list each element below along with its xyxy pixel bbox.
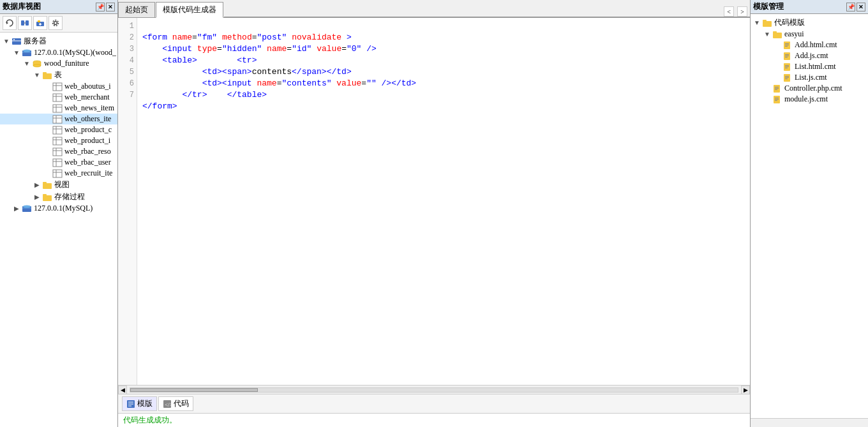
- expand-connection-1[interactable]: ▼: [11, 49, 22, 56]
- tree-server-root[interactable]: ▼ 服务器: [0, 35, 117, 47]
- file-php-icon: [772, 84, 782, 93]
- tab-start-page[interactable]: 起始页: [118, 2, 155, 17]
- panel-close-button[interactable]: ✕: [106, 3, 115, 11]
- database-label: wood_funiture: [44, 59, 89, 68]
- expand-procedures[interactable]: ▶: [32, 193, 42, 200]
- list-html-cmt-label: List.html.cmt: [795, 62, 836, 71]
- tree-folder-procedures[interactable]: ▶ 存储过程: [0, 191, 117, 203]
- connect-icon: [20, 19, 29, 27]
- scroll-left-button[interactable]: ◀: [118, 386, 127, 394]
- code-templates-label: 代码模版: [774, 17, 805, 28]
- tree-connection-2[interactable]: ▶ 127.0.0.1(MySQL): [0, 203, 117, 214]
- tree-table-product-i[interactable]: ▶ web_product_i: [0, 135, 117, 146]
- svg-rect-18: [43, 73, 52, 79]
- svg-rect-81: [775, 87, 779, 87]
- code-content[interactable]: <form name="fm" method="post" novalidate…: [137, 18, 750, 385]
- module-js-cmt-label: module.js.cmt: [784, 94, 828, 104]
- table-icon: [52, 104, 63, 113]
- tree-add-js-cmt[interactable]: ▶ Add.js.cmt: [751, 50, 868, 61]
- tree-table-recruit[interactable]: ▶ web_recruit_ite: [0, 168, 117, 179]
- svg-rect-86: [775, 99, 779, 100]
- tree-folder-tables[interactable]: ▼ 表: [0, 69, 117, 81]
- table-rbac-reso-label: web_rbac_reso: [64, 147, 111, 156]
- svg-rect-49: [43, 195, 52, 201]
- table-merchant-label: web_merchant: [64, 93, 110, 102]
- svg-rect-87: [775, 100, 777, 101]
- tree-table-aboutus[interactable]: ▶ web_aboutus_i: [0, 81, 117, 92]
- svg-rect-65: [785, 43, 789, 44]
- template-mgr-title: 模版管理: [753, 1, 784, 12]
- tree-add-html-cmt[interactable]: ▶ Add.html.cmt: [751, 40, 868, 50]
- bottom-tabs: 模版 </> 代码: [118, 394, 750, 413]
- file-cmt-2-icon: [782, 52, 793, 61]
- expand-database[interactable]: ▼: [22, 60, 32, 67]
- expand-server[interactable]: ▼: [1, 38, 11, 45]
- svg-rect-19: [43, 72, 47, 74]
- tree-list-html-cmt[interactable]: ▶ List.html.cmt: [751, 61, 868, 72]
- svg-rect-61: [763, 20, 767, 22]
- tree-module-js-cmt[interactable]: ▶ module.js.cmt: [751, 94, 868, 105]
- toolbar-connect-button[interactable]: [18, 16, 32, 30]
- expand-connection-2[interactable]: ▶: [11, 205, 22, 212]
- tree-database[interactable]: ▼ wood_funiture: [0, 58, 117, 69]
- scroll-right-button[interactable]: ▶: [741, 386, 750, 394]
- svg-rect-69: [785, 54, 789, 55]
- right-panel-controls: 📌 ✕: [846, 3, 865, 11]
- bottom-tab-code[interactable]: </> 代码: [158, 396, 193, 411]
- tree-controller-php-cmt[interactable]: ▶ Controller.php.cmt: [751, 83, 868, 94]
- svg-point-52: [23, 205, 31, 207]
- tree-table-merchant[interactable]: ▶ web_merchant: [0, 92, 117, 103]
- toolbar-add-button[interactable]: [33, 16, 47, 30]
- add-js-cmt-label: Add.js.cmt: [795, 51, 828, 61]
- db-view-title: 数据库视图: [3, 1, 41, 12]
- list-js-cmt-label: List.js.cmt: [795, 73, 827, 82]
- right-panel-pin-button[interactable]: 📌: [846, 3, 855, 11]
- svg-rect-10: [12, 38, 21, 45]
- svg-rect-60: [763, 21, 772, 27]
- tree-table-news[interactable]: ▶ web_news_item: [0, 103, 117, 114]
- refresh-icon: [5, 19, 14, 27]
- tree-table-rbac-user[interactable]: ▶ web_rbac_user: [0, 157, 117, 168]
- nav-next-button[interactable]: >: [737, 6, 747, 17]
- svg-rect-26: [53, 105, 62, 112]
- svg-rect-62: [773, 33, 782, 38]
- svg-rect-48: [43, 182, 47, 184]
- table-icon: [52, 82, 63, 91]
- svg-rect-75: [785, 68, 788, 68]
- tree-table-product-c[interactable]: ▶ web_product_c: [0, 124, 117, 135]
- toolbar-refresh-button[interactable]: [3, 16, 17, 30]
- folder-tables-icon: [42, 71, 52, 80]
- svg-rect-23: [53, 94, 62, 101]
- tree-folder-views[interactable]: ▶ 视图: [0, 179, 117, 191]
- code-templates-icon: [762, 19, 772, 27]
- expand-easyui[interactable]: ▼: [762, 31, 772, 38]
- tree-easyui[interactable]: ▼ easyui: [751, 29, 868, 40]
- file-cmt-icon: [782, 41, 793, 50]
- tab-code-generator[interactable]: 模版代码生成器: [156, 2, 223, 18]
- table-rbac-user-label: web_rbac_user: [64, 158, 111, 167]
- tree-code-templates[interactable]: ▼ 代码模版: [751, 17, 868, 29]
- expand-views[interactable]: ▶: [32, 181, 42, 188]
- tree-table-rbac-reso[interactable]: ▶ web_rbac_reso: [0, 146, 117, 157]
- tree-table-others[interactable]: ▶ web_others_ite: [0, 114, 117, 124]
- svg-rect-2: [26, 20, 29, 26]
- expand-code-templates[interactable]: ▼: [752, 19, 762, 26]
- bottom-tab-template[interactable]: 模版: [122, 396, 157, 411]
- toolbar-settings-button[interactable]: [49, 16, 63, 30]
- code-editor[interactable]: 1 2 3 4 5 6 7 <form name="fm" method="po…: [118, 18, 750, 385]
- scrollbar-thumb[interactable]: [130, 388, 258, 392]
- add-icon: [36, 19, 45, 27]
- svg-rect-70: [785, 56, 789, 56]
- table-icon: [52, 147, 63, 156]
- controller-php-cmt-label: Controller.php.cmt: [784, 84, 842, 93]
- expand-tables[interactable]: ▼: [32, 71, 42, 79]
- horizontal-scrollbar[interactable]: ◀ ▶: [118, 385, 750, 394]
- scrollbar-track[interactable]: [130, 387, 738, 393]
- tree-list-js-cmt[interactable]: ▶ List.js.cmt: [751, 72, 868, 83]
- tree-connection-1[interactable]: ▼ 127.0.0.1(MySQL)(wood_: [0, 47, 117, 58]
- right-panel-header: 模版管理 📌 ✕: [751, 0, 868, 14]
- nav-prev-button[interactable]: <: [724, 6, 734, 17]
- right-panel-statusbar: [751, 418, 868, 427]
- panel-pin-button[interactable]: 📌: [96, 3, 105, 11]
- right-panel-close-button[interactable]: ✕: [857, 3, 865, 11]
